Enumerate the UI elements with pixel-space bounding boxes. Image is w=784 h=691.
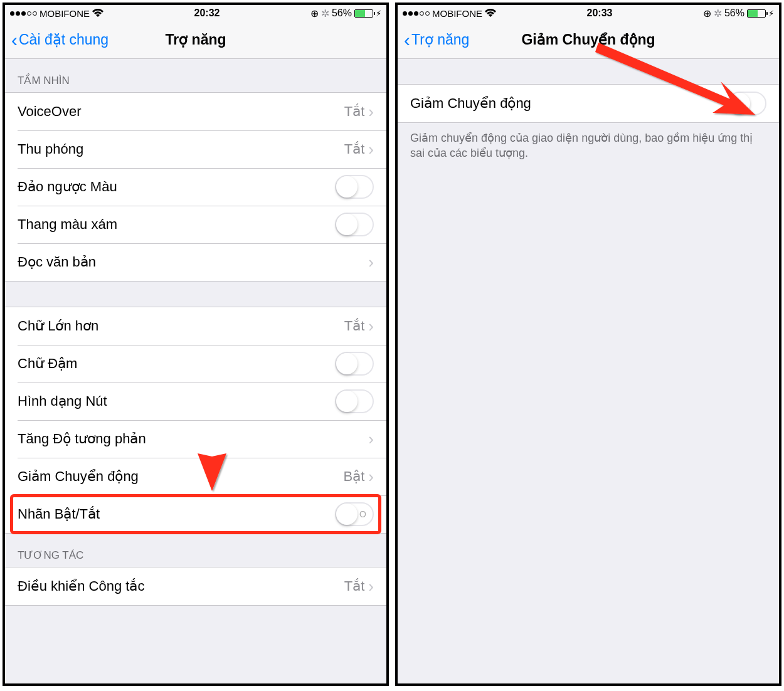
carrier-label: MOBIFONE — [432, 8, 482, 19]
toggle[interactable] — [335, 352, 374, 376]
chevron-right-icon: › — [368, 254, 374, 270]
back-button[interactable]: ‹ Trợ năng — [404, 31, 469, 50]
row-larger-text[interactable]: Chữ Lớn hơn Tắt › — [5, 307, 386, 345]
row-label: Chữ Đậm — [18, 356, 335, 372]
group-interact: Điều khiển Công tắc Tắt › — [5, 567, 386, 606]
row-value: Bật — [344, 468, 365, 485]
charging-icon: ⚡︎ — [768, 9, 774, 18]
chevron-right-icon: › — [368, 318, 374, 334]
chevron-right-icon: › — [368, 468, 374, 485]
signal-icon — [403, 11, 430, 16]
clock: 20:32 — [194, 8, 220, 19]
row-speak[interactable]: Đọc văn bản › — [5, 243, 386, 281]
chevron-left-icon: ‹ — [11, 31, 18, 50]
rotation-lock-icon: ⊕ — [703, 8, 711, 19]
row-increase-contrast[interactable]: Tăng Độ tương phản › — [5, 420, 386, 458]
rotation-lock-icon: ⊕ — [310, 8, 319, 19]
status-right: ⊕ ✲ 56% ⚡︎ — [703, 8, 774, 19]
group-reduce-motion: Giảm Chuyển động — [398, 84, 779, 123]
chevron-right-icon: › — [368, 578, 374, 594]
row-label: Hình dạng Nút — [18, 393, 335, 409]
row-value: Tắt — [344, 318, 365, 334]
row-label: Đọc văn bản — [18, 254, 368, 270]
row-value: Tắt — [344, 141, 365, 157]
back-label: Cài đặt chung — [19, 31, 109, 48]
group-vision: VoiceOver Tắt › Thu phóng Tắt › Đảo ngượ… — [5, 92, 386, 282]
section-header-interact: TƯƠNG TÁC — [5, 534, 386, 567]
row-voiceover[interactable]: VoiceOver Tắt › — [5, 93, 386, 130]
row-label: Tăng Độ tương phản — [18, 431, 368, 447]
status-bar: MOBIFONE 20:32 ⊕ ✲ 56% ⚡︎ — [5, 5, 386, 21]
row-label: Chữ Lớn hơn — [18, 318, 344, 334]
toggle[interactable] — [728, 92, 766, 115]
status-right: ⊕ ✲ 56% ⚡︎ — [310, 8, 381, 19]
status-left: MOBIFONE — [403, 8, 496, 19]
charging-icon: ⚡︎ — [376, 9, 381, 18]
nav-bar: ‹ Cài đặt chung Trợ năng — [5, 21, 386, 59]
battery-pct: 56% — [724, 8, 744, 19]
row-label: VoiceOver — [18, 103, 344, 120]
phone-left: MOBIFONE 20:32 ⊕ ✲ 56% ⚡︎ ‹ Cài đặt chun… — [3, 3, 389, 686]
toggle[interactable] — [335, 389, 374, 413]
battery-pct: 56% — [332, 8, 352, 19]
section-header-vision: TẦM NHÌN — [5, 59, 386, 92]
group-text: Chữ Lớn hơn Tắt › Chữ Đậm Hình dạng Nút … — [5, 307, 386, 534]
carrier-label: MOBIFONE — [40, 8, 90, 19]
chevron-right-icon: › — [368, 431, 374, 447]
bluetooth-icon: ✲ — [714, 8, 722, 19]
row-label: Đảo ngược Màu — [18, 179, 335, 195]
toggle[interactable]: O — [335, 502, 374, 526]
wifi-icon — [485, 9, 496, 18]
wifi-icon — [92, 9, 103, 18]
battery-icon — [354, 9, 373, 18]
row-value: Tắt — [344, 578, 365, 594]
nav-bar: ‹ Trợ năng Giảm Chuyển động — [398, 21, 779, 59]
phone-right: MOBIFONE 20:33 ⊕ ✲ 56% ⚡︎ ‹ Trợ năng Giả… — [395, 3, 781, 686]
toggle[interactable] — [335, 213, 374, 236]
chevron-left-icon: ‹ — [404, 31, 410, 50]
row-button-shapes[interactable]: Hình dạng Nút — [5, 382, 386, 420]
bluetooth-icon: ✲ — [321, 8, 329, 19]
row-value: Tắt — [344, 103, 365, 120]
row-label: Nhãn Bật/Tắt — [18, 506, 335, 522]
row-switch-control[interactable]: Điều khiển Công tắc Tắt › — [5, 567, 386, 605]
toggle[interactable] — [335, 175, 374, 199]
row-label: Điều khiển Công tắc — [18, 578, 344, 594]
row-label: Thang màu xám — [18, 216, 335, 233]
row-onoff-labels[interactable]: Nhãn Bật/Tắt O — [5, 495, 386, 533]
signal-icon — [10, 11, 37, 16]
row-label: Giảm Chuyển động — [410, 95, 728, 112]
row-invert-colors[interactable]: Đảo ngược Màu — [5, 168, 386, 206]
status-bar: MOBIFONE 20:33 ⊕ ✲ 56% ⚡︎ — [398, 5, 779, 21]
back-label: Trợ năng — [411, 31, 469, 48]
row-grayscale[interactable]: Thang màu xám — [5, 206, 386, 243]
row-bold-text[interactable]: Chữ Đậm — [5, 345, 386, 382]
back-button[interactable]: ‹ Cài đặt chung — [11, 31, 109, 50]
row-reduce-motion[interactable]: Giảm Chuyển động Bật › — [5, 458, 386, 495]
clock: 20:33 — [587, 8, 613, 19]
row-zoom[interactable]: Thu phóng Tắt › — [5, 130, 386, 168]
battery-icon — [747, 9, 766, 18]
chevron-right-icon: › — [368, 103, 374, 120]
content: TẦM NHÌN VoiceOver Tắt › Thu phóng Tắt ›… — [5, 59, 386, 683]
content: Giảm Chuyển động Giảm chuyển động của gi… — [398, 59, 779, 683]
row-label: Giảm Chuyển động — [18, 468, 344, 485]
row-label: Thu phóng — [18, 141, 344, 157]
row-reduce-motion-toggle[interactable]: Giảm Chuyển động — [398, 85, 779, 122]
footer-text: Giảm chuyển động của giao diện người dùn… — [398, 123, 779, 169]
chevron-right-icon: › — [368, 141, 374, 157]
status-left: MOBIFONE — [10, 8, 103, 19]
